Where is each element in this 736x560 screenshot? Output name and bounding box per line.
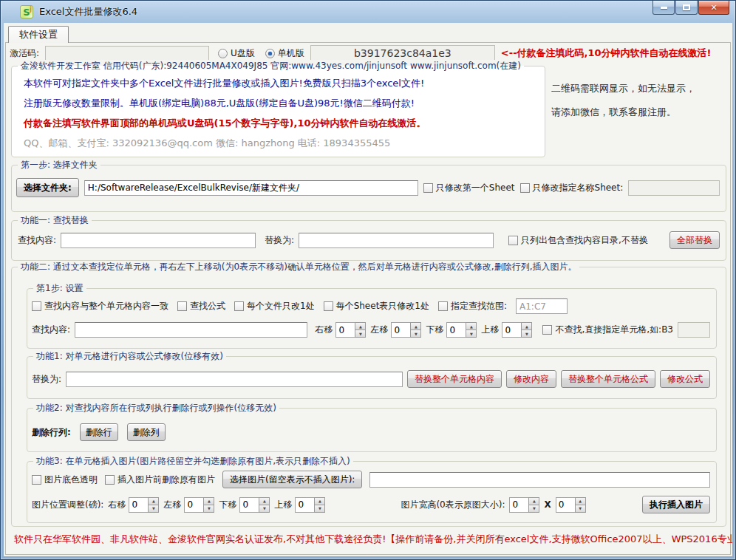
spinner-arrows[interactable]: ▲▼ xyxy=(203,497,214,513)
spinner-arrows[interactable]: ▲▼ xyxy=(521,322,532,338)
delete-col-button[interactable]: 删除列 xyxy=(127,423,166,441)
modify-formula-button[interactable]: 修改公式 xyxy=(660,370,710,388)
cell-find-input[interactable] xyxy=(75,322,307,338)
pic-move-up-value[interactable] xyxy=(295,497,314,513)
move-left-spinner[interactable]: ▲▼ xyxy=(391,322,421,338)
transparent-bg-checkbox[interactable]: 图片底色透明 xyxy=(32,474,98,486)
image-height-value[interactable] xyxy=(556,497,575,513)
named-sheet-input[interactable] xyxy=(628,180,720,196)
move-down-spinner[interactable]: ▲▼ xyxy=(446,322,477,338)
radio-selected-icon[interactable] xyxy=(265,49,275,58)
once-per-file-checkbox[interactable]: 每个文件只改1处 xyxy=(234,300,315,313)
move-up-value[interactable] xyxy=(502,322,521,338)
pic-move-left-value[interactable] xyxy=(184,497,203,513)
standalone-version-radio[interactable]: 单机版 xyxy=(265,47,304,60)
find-content-input[interactable] xyxy=(61,233,256,248)
spinner-arrows[interactable]: ▲▼ xyxy=(575,497,586,513)
named-sheet-checkbox[interactable]: 只修改指定名称Sheet: xyxy=(520,182,624,194)
delete-old-image-checkbox[interactable]: 插入图片前删除原有图片 xyxy=(105,474,215,486)
checkbox-icon[interactable] xyxy=(324,301,333,311)
list-only-checkbox[interactable]: 只列出包含查找内容目录,不替换 xyxy=(508,234,648,247)
replace-all-button[interactable]: 全部替换 xyxy=(669,231,720,249)
spin-down-icon[interactable]: ▼ xyxy=(203,505,214,513)
move-left-value[interactable] xyxy=(391,322,410,338)
close-button[interactable]: ✕ xyxy=(698,1,729,15)
checkbox-icon[interactable] xyxy=(542,325,552,335)
replace-with-input[interactable] xyxy=(299,233,494,248)
only-first-sheet-checkbox[interactable]: 只修改第一个Sheet xyxy=(423,182,515,194)
pic-move-right-spinner[interactable]: ▲▼ xyxy=(129,497,159,513)
move-down-value[interactable] xyxy=(446,322,466,338)
checkbox-icon[interactable] xyxy=(520,183,530,193)
direct-cell-input[interactable] xyxy=(678,322,710,338)
spin-up-icon[interactable]: ▲ xyxy=(259,497,270,505)
checkbox-icon[interactable] xyxy=(438,301,448,311)
spinner-arrows[interactable]: ▲▼ xyxy=(528,497,539,513)
pic-move-down-value[interactable] xyxy=(239,497,259,513)
search-range-input[interactable] xyxy=(516,298,568,314)
spinner-arrows[interactable]: ▲▼ xyxy=(466,322,477,338)
minimize-button[interactable] xyxy=(652,1,675,15)
pic-move-right-value[interactable] xyxy=(129,497,148,513)
spin-down-icon[interactable]: ▼ xyxy=(259,505,270,513)
move-up-spinner[interactable]: ▲▼ xyxy=(502,322,532,338)
once-per-sheet-checkbox[interactable]: 每个Sheet表只修改1处 xyxy=(324,300,429,313)
checkbox-icon[interactable] xyxy=(423,183,433,193)
execute-insert-button[interactable]: 执行插入图片 xyxy=(642,496,710,513)
spin-down-icon[interactable]: ▼ xyxy=(355,330,366,338)
spinner-arrows[interactable]: ▲▼ xyxy=(410,322,421,338)
spin-down-icon[interactable]: ▼ xyxy=(314,505,325,513)
move-right-value[interactable] xyxy=(335,322,355,338)
usb-version-radio[interactable]: U盘版 xyxy=(218,47,255,60)
spin-up-icon[interactable]: ▲ xyxy=(314,497,325,505)
checkbox-icon[interactable] xyxy=(105,475,115,485)
spin-up-icon[interactable]: ▲ xyxy=(521,322,532,330)
folder-path-input[interactable] xyxy=(84,180,418,196)
find-formula-checkbox[interactable]: 查找公式 xyxy=(177,300,225,313)
spin-down-icon[interactable]: ▼ xyxy=(148,505,159,513)
move-right-spinner[interactable]: ▲▼ xyxy=(335,322,366,338)
spin-up-icon[interactable]: ▲ xyxy=(528,497,539,505)
spinner-arrows[interactable]: ▲▼ xyxy=(355,322,366,338)
select-image-button[interactable]: 选择图片(留空表示不插入图片): xyxy=(222,471,362,488)
checkbox-icon[interactable] xyxy=(508,236,518,245)
direct-cell-checkbox[interactable]: 不查找,直接指定单元格,如:B3 xyxy=(542,324,673,336)
replace-cell-content-button[interactable]: 替换整个单元格内容 xyxy=(407,370,502,388)
spinner-arrows[interactable]: ▲▼ xyxy=(259,497,270,513)
modify-content-button[interactable]: 修改内容 xyxy=(506,370,556,388)
spinner-arrows[interactable]: ▲▼ xyxy=(148,497,159,513)
spin-up-icon[interactable]: ▲ xyxy=(148,497,159,505)
spin-down-icon[interactable]: ▼ xyxy=(410,330,421,338)
pic-move-down-spinner[interactable]: ▲▼ xyxy=(239,497,270,513)
search-range-checkbox[interactable]: 指定查找范围: xyxy=(438,300,507,313)
spin-down-icon[interactable]: ▼ xyxy=(575,505,586,513)
spin-up-icon[interactable]: ▲ xyxy=(355,322,366,330)
spin-up-icon[interactable]: ▲ xyxy=(466,322,477,330)
match-whole-cell-checkbox[interactable]: 查找内容与整个单元格内容一致 xyxy=(32,300,168,313)
spin-down-icon[interactable]: ▼ xyxy=(521,330,532,338)
checkbox-icon[interactable] xyxy=(177,301,187,311)
delete-row-button[interactable]: 删除行 xyxy=(80,423,118,441)
select-folder-button[interactable]: 选择文件夹: xyxy=(16,178,79,197)
checkbox-icon[interactable] xyxy=(32,475,41,485)
image-height-spinner[interactable]: ▲▼ xyxy=(556,497,586,513)
checkbox-icon[interactable] xyxy=(234,301,244,311)
replace-cell-formula-button[interactable]: 替换整个单元格公式 xyxy=(561,370,655,388)
spinner-arrows[interactable]: ▲▼ xyxy=(314,497,325,513)
spin-up-icon[interactable]: ▲ xyxy=(575,497,586,505)
tab-software-settings[interactable]: 软件设置 xyxy=(8,26,69,43)
spin-down-icon[interactable]: ▼ xyxy=(528,505,539,513)
spin-down-icon[interactable]: ▼ xyxy=(466,330,477,338)
checkbox-icon[interactable] xyxy=(32,301,41,311)
spin-up-icon[interactable]: ▲ xyxy=(203,497,214,505)
pic-move-left-spinner[interactable]: ▲▼ xyxy=(184,497,214,513)
pic-move-up-spinner[interactable]: ▲▼ xyxy=(295,497,325,513)
image-path-input[interactable] xyxy=(369,472,710,488)
maximize-button[interactable] xyxy=(675,1,698,15)
image-width-value[interactable] xyxy=(509,497,528,513)
spin-up-icon[interactable]: ▲ xyxy=(410,322,421,330)
replace-value-input[interactable] xyxy=(66,372,403,387)
radio-icon[interactable] xyxy=(218,49,228,58)
image-width-spinner[interactable]: ▲▼ xyxy=(509,497,539,513)
activation-code-input[interactable] xyxy=(45,46,209,61)
